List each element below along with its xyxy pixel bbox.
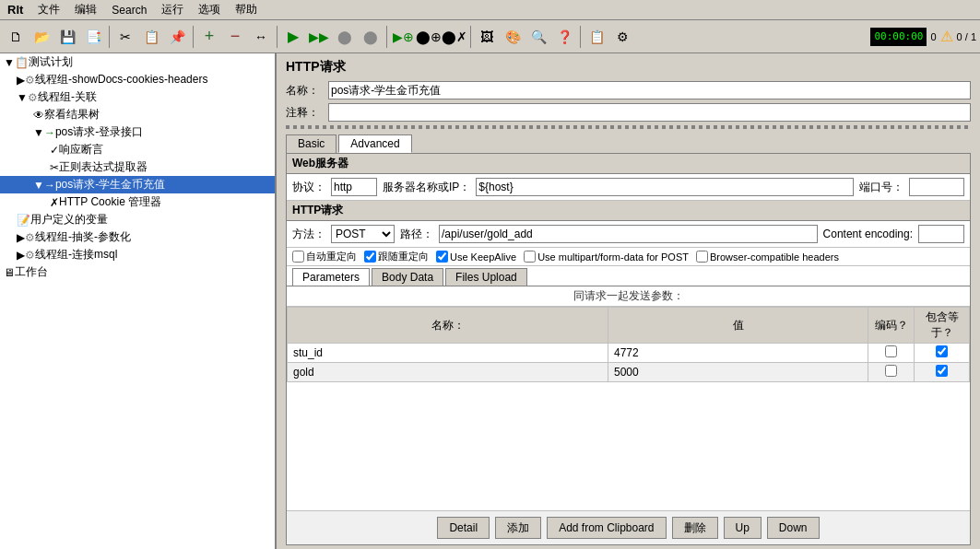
cb-browser-compat[interactable]: Browser-compatible headers — [696, 251, 839, 263]
menu-run[interactable]: 运行 — [158, 1, 187, 18]
tree-label: 线程组-showDocs-cookies-headers — [35, 72, 207, 88]
menu-edit[interactable]: 编辑 — [71, 1, 100, 18]
toolbar-search-btn[interactable]: 🔍 — [526, 25, 550, 49]
menu-search[interactable]: Search — [108, 3, 150, 18]
toolbar-save-btn[interactable]: 💾 — [55, 25, 79, 49]
tree-item-thread-assoc[interactable]: ▼ ⚙ 线程组-关联 — [0, 88, 275, 106]
toolbar-open-btn[interactable]: 📂 — [30, 25, 53, 49]
toolbar-cut-btn[interactable]: ✂ — [113, 25, 137, 49]
cb-auto-redirect-input[interactable] — [292, 251, 304, 263]
toolbar-remove-btn[interactable]: − — [223, 25, 247, 49]
row2-encode-cb[interactable] — [885, 365, 897, 377]
toolbar-clearall-btn[interactable]: 🎨 — [501, 25, 525, 49]
toolbar-saveas-btn[interactable]: 📑 — [81, 25, 105, 49]
cb-keepalive[interactable]: Use KeepAlive — [436, 251, 516, 263]
row1-encode[interactable] — [868, 344, 915, 363]
tree-item-lottery[interactable]: ▶ ⚙ 线程组-抽奖-参数化 — [0, 228, 275, 246]
tab-basic[interactable]: Basic — [286, 134, 337, 153]
toolbar-remote-start-btn[interactable]: ▶⊕ — [391, 25, 415, 49]
tree-item-mysql[interactable]: ▶ ⚙ 线程组-连接msql — [0, 246, 275, 263]
name-input[interactable] — [328, 81, 971, 99]
cb-multipart[interactable]: Use multipart/form-data for POST — [524, 251, 689, 263]
tree-item-workbench[interactable]: 🖥 工作台 — [0, 263, 275, 281]
row2-encode[interactable] — [868, 363, 915, 382]
cb-keepalive-input[interactable] — [436, 251, 448, 263]
toolbar-add-btn[interactable]: + — [197, 25, 221, 49]
row1-include[interactable] — [915, 344, 970, 363]
menu-options[interactable]: 选项 — [195, 1, 224, 18]
server-input[interactable] — [476, 178, 854, 196]
app-title: RIt — [4, 2, 27, 18]
delete-button[interactable]: 删除 — [672, 517, 718, 539]
cb-auto-redirect[interactable]: 自动重定向 — [292, 250, 357, 263]
cb-follow-redirect[interactable]: 跟随重定向 — [364, 250, 429, 263]
expand-icon: ▼ — [33, 126, 44, 139]
cb-keepalive-label: Use KeepAlive — [450, 251, 516, 263]
tree-item-regex[interactable]: ✂ 正则表达式提取器 — [0, 158, 275, 176]
toolbar-log-btn[interactable]: 📋 — [584, 25, 608, 49]
cb-multipart-input[interactable] — [524, 251, 536, 263]
toolbar-expand-btn[interactable]: ↔ — [249, 25, 273, 49]
tree-item-uservar[interactable]: 📝 用户定义的变量 — [0, 211, 275, 228]
tab-advanced[interactable]: Advanced — [338, 134, 411, 153]
tree-item-cookie[interactable]: ✗ HTTP Cookie 管理器 — [0, 193, 275, 211]
path-input[interactable] — [439, 225, 818, 243]
row1-encode-cb[interactable] — [885, 345, 897, 357]
toolbar-function-btn[interactable]: ⚙ — [610, 25, 634, 49]
panel-title: HTTP请求 — [277, 53, 980, 79]
toolbar-help-btn[interactable]: ❓ — [552, 25, 576, 49]
tree-icon: → — [44, 179, 55, 192]
tree-item-login[interactable]: ▼ → pos请求-登录接口 — [0, 123, 275, 141]
tree-item-testplan[interactable]: ▼ 📋 测试计划 — [0, 53, 275, 71]
tree-item-showdocs[interactable]: ▶ ⚙ 线程组-showDocs-cookies-headers — [0, 71, 275, 88]
toolbar-copy-btn[interactable]: 📋 — [139, 25, 163, 49]
menu-help[interactable]: 帮助 — [231, 1, 261, 18]
comment-input[interactable] — [328, 103, 971, 122]
row2-include-cb[interactable] — [936, 365, 948, 377]
tree-item-gold[interactable]: ▼ → pos请求-学生金币充值 — [0, 176, 275, 193]
add-clipboard-button[interactable]: Add from Clipboard — [547, 517, 666, 539]
inner-tab-bodydata[interactable]: Body Data — [372, 268, 443, 286]
expand-icon: ▶ — [17, 231, 25, 244]
up-button[interactable]: Up — [724, 517, 762, 539]
cb-browser-compat-input[interactable] — [696, 251, 708, 263]
toolbar-start-btn[interactable]: ▶ — [281, 25, 305, 49]
tree-icon: 🖥 — [4, 266, 15, 279]
toolbar-startno-btn[interactable]: ▶▶ — [307, 25, 331, 49]
tree-icon: 📝 — [17, 214, 30, 227]
method-select[interactable]: POST GET PUT DELETE — [331, 225, 395, 243]
down-button[interactable]: Down — [767, 517, 820, 539]
tree-item-results[interactable]: 👁 察看结果树 — [0, 106, 275, 123]
tree-label: 响应断言 — [59, 142, 103, 158]
row2-include[interactable] — [915, 363, 970, 382]
right-panel: HTTP请求 名称： 注释： Basic Advanced Web服务器 — [277, 53, 980, 549]
inner-tab-parameters[interactable]: Parameters — [292, 268, 370, 286]
toolbar-shutdown-btn[interactable]: ⬤ — [359, 25, 383, 49]
tabs: Basic Advanced — [286, 134, 971, 153]
inner-tab-filesupload[interactable]: Files Upload — [445, 268, 527, 286]
menu-file[interactable]: 文件 — [34, 1, 64, 18]
add-button[interactable]: 添加 — [495, 517, 541, 539]
port-input[interactable] — [909, 178, 964, 196]
tree-item-assert[interactable]: ✓ 响应断言 — [0, 141, 275, 158]
protocol-input[interactable] — [331, 178, 377, 196]
tree-icon: ✗ — [50, 196, 59, 209]
toolbar-right: 00:00:00 0 ⚠ 0 / 1 — [870, 28, 976, 46]
toolbar-remote-stop-btn[interactable]: ⬤⊕ — [417, 25, 441, 49]
cb-follow-redirect-input[interactable] — [364, 251, 376, 263]
tree-icon: ⚙ — [25, 249, 35, 262]
toolbar-clear-btn[interactable]: 🖼 — [475, 25, 499, 49]
tree-icon: ✓ — [50, 144, 59, 157]
row1-include-cb[interactable] — [936, 345, 948, 357]
col-encode: 编码？ — [868, 308, 915, 344]
tree-icon: ⚙ — [25, 231, 35, 244]
encoding-input[interactable] — [918, 225, 964, 243]
toolbar-new-btn[interactable]: 🗋 — [4, 25, 28, 49]
toolbar-remote-exit-btn[interactable]: ⬤✗ — [443, 25, 466, 49]
tree-label: 正则表达式提取器 — [59, 159, 148, 175]
toolbar-stop-btn[interactable]: ⬤ — [333, 25, 357, 49]
tree-label: pos请求-登录接口 — [55, 124, 143, 140]
method-label: 方法： — [292, 227, 325, 242]
detail-button[interactable]: Detail — [437, 517, 490, 539]
toolbar-paste-btn[interactable]: 📌 — [165, 25, 189, 49]
